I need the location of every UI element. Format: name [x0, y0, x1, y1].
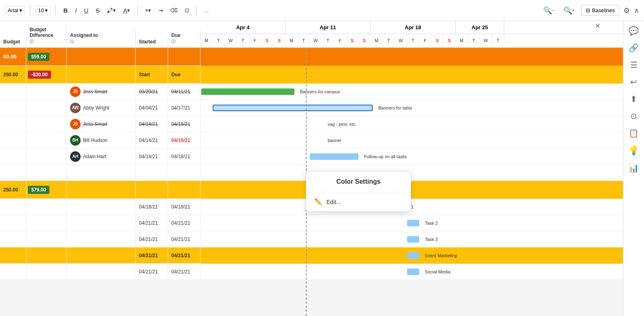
font-size-selector[interactable]: 10 ▾ [35, 6, 51, 15]
assigned-name-4: Abby Wright [83, 105, 109, 111]
baselines-icon: ⊟ [586, 7, 590, 13]
bulb-icon[interactable]: 💡 [628, 145, 639, 156]
right-sidebar: 💬 🔗 ☰ ↩ ⬆ ⊙ 📋 💡 📊 [623, 21, 644, 316]
budget-cell-3 [0, 84, 26, 99]
gantt-week-apr25: Apr 25 [456, 21, 504, 34]
context-menu-color-settings[interactable]: Color Settings [306, 172, 411, 192]
font-family-selector[interactable]: Arial ▾ [5, 6, 25, 15]
assigned-cell-2 [67, 66, 136, 83]
gantt-bar-row-13: Social Media [200, 264, 623, 280]
bold-button[interactable]: B [61, 5, 70, 15]
budget-diff-cell-7 [26, 148, 67, 164]
gantt-bar-row-6: banner [200, 132, 623, 148]
font-family-chevron: ▾ [19, 7, 22, 13]
started-cell-9: 04/18/21 [136, 199, 168, 215]
baselines-button[interactable]: ⊟ Baselines [581, 5, 619, 16]
budget-cell-1: 00.00 [0, 48, 26, 65]
day-t5: T [383, 34, 395, 47]
started-cell-1 [136, 48, 168, 65]
assigned-cell-4: AW Abby Wright [67, 100, 136, 116]
context-menu: Color Settings ✏️ Edit... [306, 171, 411, 212]
day-w1: W [225, 34, 237, 47]
due-cell-1 [168, 48, 200, 65]
align-button[interactable]: ≡ ▾ [143, 6, 154, 15]
text-color-button[interactable]: A ▾ [121, 5, 132, 15]
due-cell-10: 04/21/21 [168, 215, 200, 231]
table-row: 04/21/21 04/21/21 Task 2 [0, 215, 623, 231]
table-row: BH Bill Hudson 04/14/21 04/15/21 banner [0, 132, 623, 148]
gantt-bar-row-12: Event Marketing [200, 247, 623, 264]
zoom-out-button[interactable]: 🔍− [541, 4, 557, 17]
clipboard-icon[interactable]: 📋 [629, 128, 639, 138]
gantt-header: Apr 4 Apr 11 Apr 18 Apr 25 M T W T F S S… [200, 21, 623, 47]
gantt-bar-row-11: Task 3 [200, 231, 623, 247]
day-s1: S [261, 34, 273, 47]
gantt-close-icon[interactable]: ✕ [595, 22, 600, 30]
assigned-name-3: Jess Smart [83, 89, 107, 95]
day-t4: T [322, 34, 334, 47]
font-size-chevron: ▾ [45, 7, 48, 13]
history-icon[interactable]: ↩ [630, 77, 637, 87]
activity-icon[interactable]: ⊙ [630, 111, 637, 121]
highlight-icon: 🖍 [107, 7, 113, 14]
gantt-bar-row-4: Banners for table [200, 100, 623, 116]
col-header-assigned: Assigned to ⓘ [67, 31, 136, 47]
grid-area: Budget BudgetDifference ⓘ Assigned to ⓘ … [0, 21, 623, 316]
due-cell-13: 04/21/21 [168, 264, 200, 279]
more-button[interactable]: ... [202, 6, 211, 15]
edit-pencil-icon: ✏️ [314, 198, 322, 206]
link-icon[interactable]: 🔗 [629, 43, 639, 53]
budget-diff-value-2: -$20.00 [28, 71, 51, 79]
eraser-icon: ⌫ [170, 7, 177, 13]
assigned-name-6: Bill Hudson [83, 138, 108, 143]
list-icon[interactable]: ☰ [630, 60, 638, 70]
budget-diff-cell-4 [26, 100, 67, 116]
gantt-bar-10 [407, 220, 419, 226]
eraser-button[interactable]: ⌫ [168, 6, 180, 15]
budget-cell-6 [0, 132, 26, 148]
started-cell-4: 04/04/21 [136, 100, 168, 116]
budget-diff-info-icon: ⓘ [30, 39, 63, 45]
text-color-icon: A [123, 7, 127, 14]
avatar-ah: AH [70, 151, 81, 162]
day-s6: S [444, 34, 456, 47]
day-t1: T [213, 34, 225, 47]
day-f3: F [419, 34, 431, 47]
chart-icon[interactable]: 📊 [629, 163, 639, 173]
assigned-cell-6: BH Bill Hudson [67, 132, 136, 148]
day-m3: M [371, 34, 383, 47]
context-menu-edit[interactable]: ✏️ Edit... [306, 192, 411, 211]
due-cell-7: 04/18/21 [168, 148, 200, 164]
chat-icon[interactable]: 💬 [629, 26, 639, 36]
zoom-in-button[interactable]: 🔍+ [561, 4, 577, 17]
avatar-bh: BH [70, 135, 81, 146]
table-row: 04/21/21 04/21/21 Social Media [0, 264, 623, 280]
indent-button[interactable]: ⇥ [156, 6, 165, 15]
day-s2: S [273, 34, 286, 47]
budget-diff-cell-5 [26, 116, 67, 132]
table-row: JS Jess Smart 03/29/21 04/11/21 Banners … [0, 84, 623, 100]
underline-button[interactable]: U [82, 5, 91, 15]
strikethrough-button[interactable]: S [93, 5, 102, 15]
due-cell-4: 04/17/21 [168, 100, 200, 116]
gantt-label-13: Social Media [425, 269, 450, 274]
format-button[interactable]: ⊡ [182, 6, 192, 15]
gantt-bar-4 [213, 105, 373, 111]
budget-cell-5 [0, 116, 26, 132]
day-s3: S [346, 34, 358, 47]
main-area: Budget BudgetDifference ⓘ Assigned to ⓘ … [0, 21, 644, 316]
edit-label: Edit... [326, 199, 341, 205]
col-header-budget: Budget [0, 37, 26, 47]
collapse-icon[interactable]: ∧ [634, 6, 639, 15]
assigned-cell-1 [67, 48, 136, 65]
avatar-js1: JS [70, 86, 81, 97]
indent-icon: ⇥ [158, 7, 163, 13]
day-t8: T [492, 34, 504, 47]
highlight-color-button[interactable]: 🖍 ▾ [104, 5, 118, 15]
upload-icon[interactable]: ⬆ [630, 94, 637, 104]
italic-button[interactable]: I [73, 5, 79, 15]
settings-icon[interactable]: ⚙ [623, 6, 630, 15]
day-m2: M [286, 34, 298, 47]
due-cell-11: 04/21/21 [168, 231, 200, 247]
started-cell-8 [136, 181, 168, 198]
